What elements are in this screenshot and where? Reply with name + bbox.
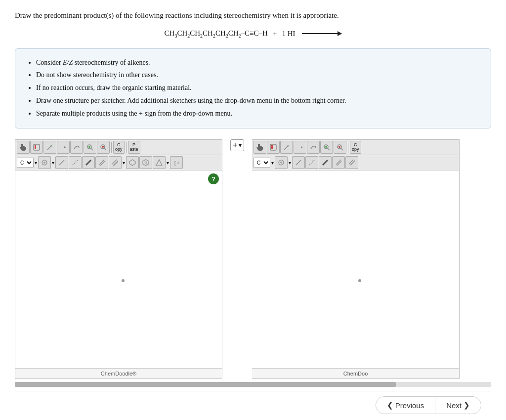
svg-line-43 xyxy=(341,148,343,150)
lasso-tool-btn[interactable] xyxy=(30,141,43,154)
previous-label: Previous xyxy=(395,401,424,410)
triangle-ring-btn[interactable] xyxy=(153,156,166,169)
hint-item-2: Do not show stereochemistry in other cas… xyxy=(36,69,481,81)
arrow2-tool-btn[interactable] xyxy=(70,141,83,154)
copy-btn-r[interactable]: C opy xyxy=(350,141,361,154)
bottom-nav: ❮ Previous Next ❯ xyxy=(15,391,491,419)
previous-button[interactable]: ❮ Previous xyxy=(376,396,435,414)
reaction-arrow xyxy=(302,33,341,34)
zoom-in-btn-r[interactable] xyxy=(320,141,333,154)
dash-bond-btn[interactable] xyxy=(69,156,82,169)
plus-sign: + xyxy=(273,30,277,38)
svg-point-40 xyxy=(325,146,327,148)
svg-text:±: ± xyxy=(177,161,179,164)
add-atom-btn[interactable] xyxy=(38,156,51,169)
page-container: Draw the predominant product(s) of the f… xyxy=(0,0,506,420)
chain-select[interactable]: C xyxy=(17,158,34,168)
reaction-line: CH3CH2CH2CH2CH2CH2–C≡C–H + 1 HI xyxy=(15,29,491,39)
sketcher-canvas-left[interactable]: ? xyxy=(15,170,222,368)
svg-line-53 xyxy=(349,160,353,164)
copy-btn[interactable]: C opy xyxy=(113,141,125,154)
bold-bond-btn-r[interactable] xyxy=(319,156,332,169)
svg-marker-28 xyxy=(156,160,162,166)
single-bond-btn[interactable] xyxy=(55,156,68,169)
question-label: Draw the predominant product(s) of the f… xyxy=(15,11,339,19)
plus-chevron: ▾ xyxy=(239,142,242,149)
chemdoodle-text-right: ChemDoo xyxy=(343,371,368,377)
svg-line-17 xyxy=(59,160,64,165)
double-bond2-btn[interactable] xyxy=(109,156,122,169)
dash-bond-btn-r[interactable] xyxy=(305,156,318,169)
svg-line-18 xyxy=(73,160,78,165)
canvas-dot-right xyxy=(358,279,361,282)
next-label: Next xyxy=(446,401,462,410)
svg-point-27 xyxy=(145,162,147,164)
sketchers-row: C opy P aste C ▾ ▾ xyxy=(15,139,491,379)
paste-btn[interactable]: P aste xyxy=(128,141,140,154)
canvas-dot-left xyxy=(122,279,125,282)
copy-label: C opy xyxy=(115,143,123,153)
hand-tool-btn[interactable] xyxy=(17,141,30,154)
plus-label: + xyxy=(233,141,238,150)
scrollbar-thumb[interactable] xyxy=(15,382,396,387)
question-text: Draw the predominant product(s) of the f… xyxy=(15,10,491,21)
svg-line-49 xyxy=(309,160,314,165)
toolbar-row2-right: C ▾ ▾ xyxy=(252,155,459,170)
hand-tool-btn-r[interactable] xyxy=(253,141,266,154)
svg-point-13 xyxy=(102,146,104,148)
ring-btn[interactable] xyxy=(126,156,139,169)
svg-line-2 xyxy=(47,146,51,150)
zoom-out-btn[interactable] xyxy=(97,141,110,154)
sketcher-canvas-right[interactable] xyxy=(252,170,459,368)
double-bond-btn[interactable] xyxy=(95,156,108,169)
svg-line-12 xyxy=(104,148,106,150)
hint-item-1: Consider E/Z stereochemistry of alkenes. xyxy=(36,57,481,69)
prev-chevron-icon: ❮ xyxy=(387,401,393,410)
hex-ring-btn[interactable] xyxy=(139,156,152,169)
svg-line-23 xyxy=(113,161,118,166)
lasso-tool-btn-r[interactable] xyxy=(267,141,280,154)
svg-line-54 xyxy=(350,161,355,166)
between-sketchers: + ▾ xyxy=(222,139,252,166)
svg-rect-0 xyxy=(34,144,40,150)
svg-line-50 xyxy=(323,160,328,165)
bold-bond-btn[interactable] xyxy=(82,156,95,169)
help-btn-left[interactable]: ? xyxy=(208,173,219,184)
svg-marker-26 xyxy=(143,160,149,166)
zoom-out-btn-r[interactable] xyxy=(334,141,346,154)
svg-line-48 xyxy=(296,160,301,165)
chemdoodle-label-left: ChemDoodle® xyxy=(15,368,222,378)
double-bond2-btn-r[interactable] xyxy=(345,156,358,169)
toolbar-top-left: C opy P aste xyxy=(15,140,222,155)
scrollbar-area[interactable] xyxy=(15,382,491,387)
zoom-in-btn[interactable] xyxy=(84,141,96,154)
sketcher-left: C opy P aste C ▾ ▾ xyxy=(15,139,222,379)
svg-rect-1 xyxy=(35,145,36,149)
svg-line-33 xyxy=(284,146,288,150)
hints-box: Consider E/Z stereochemistry of alkenes.… xyxy=(15,48,491,129)
arrow2-tool-btn-r[interactable] xyxy=(307,141,320,154)
pen-tool-btn[interactable] xyxy=(43,141,56,154)
hints-list: Consider E/Z stereochemistry of alkenes.… xyxy=(25,57,481,120)
sketcher-right: C opy C ▾ ▾ xyxy=(252,139,460,379)
svg-marker-25 xyxy=(129,160,135,166)
arrow-tool-btn-r[interactable] xyxy=(294,141,306,154)
plus-dropdown-btn[interactable]: + ▾ xyxy=(230,139,244,151)
toolbar-sep-2 xyxy=(126,142,126,153)
svg-line-21 xyxy=(100,161,105,166)
pen-tool-btn-r[interactable] xyxy=(280,141,293,154)
toolbar-top-right: C opy xyxy=(252,140,459,155)
reaction-formula: CH3CH2CH2CH2CH2CH2–C≡C–H xyxy=(165,29,268,39)
reagent-label: 1 HI xyxy=(282,30,295,38)
single-bond-btn-r[interactable] xyxy=(292,156,305,169)
svg-line-8 xyxy=(91,148,93,150)
chain-select-r[interactable]: C xyxy=(253,158,270,168)
arrow-tool-btn[interactable] xyxy=(57,141,70,154)
next-button[interactable]: Next ❯ xyxy=(435,396,481,414)
svg-point-44 xyxy=(338,146,340,148)
bracket-btn[interactable]: [ ]± xyxy=(170,156,183,169)
add-atom-btn-r[interactable] xyxy=(275,156,288,169)
hint-item-5: Separate multiple products using the + s… xyxy=(36,108,481,120)
double-bond-btn-r[interactable] xyxy=(332,156,345,169)
toolbar-row2-left: C ▾ ▾ xyxy=(15,155,222,170)
